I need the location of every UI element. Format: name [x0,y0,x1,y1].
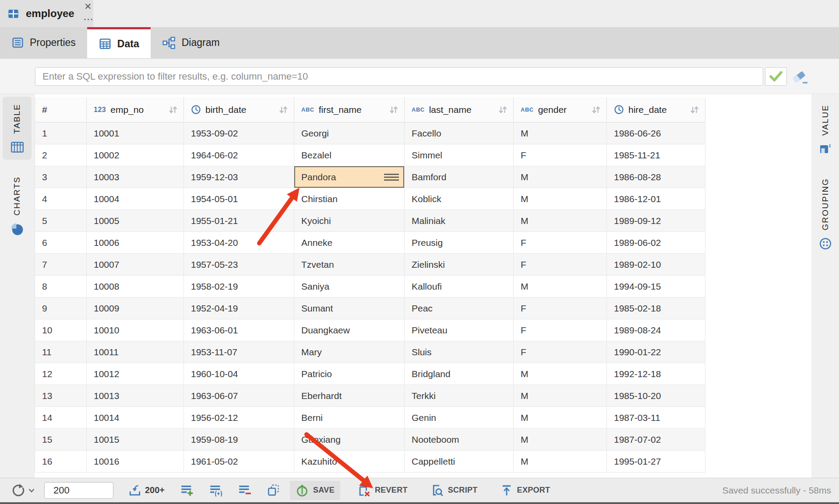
table-cell-gender[interactable]: M [514,166,607,188]
table-cell-hire_date[interactable]: 1987-07-02 [607,429,705,451]
apply-filter-button[interactable] [765,67,787,86]
column-header-first_name[interactable]: ABCfirst_name [294,97,405,122]
table-cell-first_name[interactable]: Bezalel [294,144,405,166]
column-header-last_name[interactable]: ABClast_name [405,97,514,122]
table-cell-last_name[interactable]: Facello [405,122,514,144]
table-cell-emp_no[interactable]: 10004 [87,188,184,210]
table-cell-hire_date[interactable]: 1986-06-26 [607,122,705,144]
table-cell-birth_date[interactable]: 1961-05-02 [184,451,294,472]
table-cell-first_name[interactable]: Eberhardt [294,385,405,407]
table-cell-first_name[interactable]: Mary [294,341,405,363]
table-cell-hire_date[interactable]: 1986-12-01 [607,188,705,210]
table-cell-hire_date[interactable]: 1987-03-11 [607,407,705,429]
column-header-hire_date[interactable]: hire_date [607,97,705,122]
editor-tab-employee[interactable]: employee [0,0,93,27]
panel-tab-value[interactable]: VALUE I [811,98,839,161]
table-cell-emp_no[interactable]: 10007 [87,254,184,276]
table-cell-hire_date[interactable]: 1986-08-28 [607,166,705,188]
duplicate-row-button[interactable]: (+) [209,484,222,497]
edited-cell-first_name[interactable]: Pandora [294,166,405,188]
sort-icon[interactable] [168,105,178,115]
table-cell-emp_no[interactable]: 10003 [87,166,184,188]
table-cell-last_name[interactable]: Preusig [405,232,514,254]
table-cell-hire_date[interactable]: 1994-09-15 [607,276,705,298]
table-cell-gender[interactable]: M [514,210,607,232]
table-cell-gender[interactable]: M [514,407,607,429]
table-cell-birth_date[interactable]: 1959-08-19 [184,429,294,451]
table-cell-hire_date[interactable]: 1990-01-22 [607,341,705,363]
row-number-cell[interactable]: 8 [35,276,87,298]
table-cell-emp_no[interactable]: 10011 [87,341,184,363]
sort-icon[interactable] [278,105,289,115]
panel-tab-grouping[interactable]: GROUPING [811,171,839,256]
refresh-button[interactable] [11,483,35,497]
table-cell-birth_date[interactable]: 1963-06-01 [184,319,294,341]
table-cell-first_name[interactable]: Anneke [294,232,405,254]
table-cell-emp_no[interactable]: 10001 [87,122,184,144]
fetch-size-input[interactable] [44,482,113,499]
column-header-rownum[interactable]: # [35,97,87,122]
table-cell-birth_date[interactable]: 1953-11-07 [184,341,294,363]
table-cell-first_name[interactable]: Guoxiang [294,429,405,451]
column-header-birth_date[interactable]: birth_date [184,97,294,122]
table-cell-birth_date[interactable]: 1952-04-19 [184,298,294,319]
table-cell-gender[interactable]: M [514,188,607,210]
row-number-cell[interactable]: 12 [35,363,87,385]
tab-properties[interactable]: Properties [0,27,87,58]
table-cell-first_name[interactable]: Saniya [294,276,405,298]
table-cell-birth_date[interactable]: 1960-10-04 [184,363,294,385]
table-cell-last_name[interactable]: Koblick [405,188,514,210]
table-cell-last_name[interactable]: Bridgland [405,363,514,385]
sort-icon[interactable] [388,105,399,115]
row-number-cell[interactable]: 4 [35,188,87,210]
table-cell-last_name[interactable]: Peac [405,298,514,319]
sort-icon[interactable] [591,105,601,115]
table-cell-hire_date[interactable]: 1989-09-12 [607,210,705,232]
table-cell-last_name[interactable]: Simmel [405,144,514,166]
table-cell-emp_no[interactable]: 10015 [87,429,184,451]
table-cell-last_name[interactable]: Piveteau [405,319,514,341]
table-cell-birth_date[interactable]: 1958-02-19 [184,276,294,298]
script-button[interactable]: SCRIPT [425,481,483,500]
table-cell-first_name[interactable]: Georgi [294,122,405,144]
panel-tab-charts[interactable]: CHARTS [3,169,32,242]
sql-filter-input[interactable] [35,67,763,86]
table-cell-gender[interactable]: F [514,232,607,254]
row-number-cell[interactable]: 2 [35,144,87,166]
copy-row-button[interactable] [267,484,280,497]
table-cell-last_name[interactable]: Terkki [405,385,514,407]
table-cell-emp_no[interactable]: 10010 [87,319,184,341]
delete-row-button[interactable] [238,484,251,497]
table-cell-last_name[interactable]: Sluis [405,341,514,363]
table-cell-birth_date[interactable]: 1955-01-21 [184,210,294,232]
sort-icon[interactable] [689,105,700,115]
hamburger-icon[interactable] [384,173,399,181]
table-cell-gender[interactable]: F [514,341,607,363]
table-cell-gender[interactable]: M [514,122,607,144]
table-cell-birth_date[interactable]: 1957-05-23 [184,254,294,276]
column-header-emp_no[interactable]: 123emp_no [87,97,184,122]
table-cell-emp_no[interactable]: 10005 [87,210,184,232]
row-number-cell[interactable]: 3 [35,166,87,188]
table-cell-last_name[interactable]: Cappelletti [405,451,514,472]
row-number-cell[interactable]: 5 [35,210,87,232]
more-options-icon[interactable]: ··· [84,14,94,24]
revert-button[interactable]: REVERT [352,481,413,500]
table-cell-hire_date[interactable]: 1989-08-24 [607,319,705,341]
table-cell-gender[interactable]: F [514,298,607,319]
table-cell-first_name[interactable]: Tzvetan [294,254,405,276]
row-number-cell[interactable]: 14 [35,407,87,429]
tab-diagram[interactable]: Diagram [151,27,231,58]
sort-icon[interactable] [497,105,508,115]
table-cell-last_name[interactable]: Genin [405,407,514,429]
table-cell-first_name[interactable]: Duangkaew [294,319,405,341]
table-cell-gender[interactable]: M [514,385,607,407]
row-number-cell[interactable]: 16 [35,451,87,472]
table-cell-birth_date[interactable]: 1959-12-03 [184,166,294,188]
add-row-button[interactable] [180,484,194,497]
table-cell-birth_date[interactable]: 1953-09-02 [184,122,294,144]
row-number-cell[interactable]: 10 [35,319,87,341]
table-cell-last_name[interactable]: Zielinski [405,254,514,276]
table-cell-gender[interactable]: F [514,144,607,166]
row-number-cell[interactable]: 15 [35,429,87,451]
